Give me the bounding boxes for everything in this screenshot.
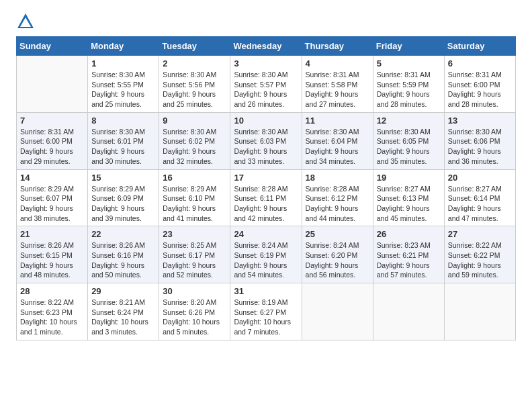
cell-text: Sunset: 6:20 PM <box>306 250 369 261</box>
calendar-cell: 28Sunrise: 8:22 AMSunset: 6:23 PMDayligh… <box>17 283 88 340</box>
cell-text: Sunset: 6:26 PM <box>163 308 226 318</box>
cell-text: and 38 minutes. <box>20 214 84 224</box>
cell-text: and 42 minutes. <box>234 214 298 224</box>
day-number: 27 <box>448 229 512 239</box>
cell-text: Daylight: 9 hours <box>163 203 226 214</box>
cell-text: Sunrise: 8:20 AM <box>163 298 226 308</box>
header-tuesday: Tuesday <box>159 37 230 56</box>
cell-text: Daylight: 9 hours <box>234 203 298 214</box>
calendar-cell: 22Sunrise: 8:26 AMSunset: 6:16 PMDayligh… <box>88 226 159 283</box>
cell-text: Sunset: 5:56 PM <box>163 80 226 90</box>
calendar-cell: 24Sunrise: 8:24 AMSunset: 6:19 PMDayligh… <box>230 226 302 283</box>
day-number: 9 <box>163 116 226 126</box>
cell-text: Daylight: 9 hours <box>163 146 226 156</box>
calendar-cell: 1Sunrise: 8:30 AMSunset: 5:55 PMDaylight… <box>88 56 159 113</box>
calendar-week-row: 28Sunrise: 8:22 AMSunset: 6:23 PMDayligh… <box>17 283 516 340</box>
calendar-cell: 25Sunrise: 8:24 AMSunset: 6:20 PMDayligh… <box>302 226 373 283</box>
day-number: 1 <box>91 58 155 68</box>
day-number: 19 <box>377 173 441 183</box>
cell-text: Sunrise: 8:30 AM <box>234 127 298 137</box>
cell-text: Sunrise: 8:30 AM <box>91 127 155 137</box>
cell-text: Sunset: 6:00 PM <box>448 80 512 90</box>
cell-text: and 30 minutes. <box>91 156 155 167</box>
cell-text: Sunset: 6:05 PM <box>377 136 441 146</box>
day-number: 28 <box>20 286 84 296</box>
cell-text: Sunset: 6:01 PM <box>91 136 155 146</box>
cell-text: and 33 minutes. <box>234 156 298 167</box>
cell-text: Sunrise: 8:19 AM <box>234 298 298 308</box>
cell-text: Sunset: 6:24 PM <box>91 308 155 318</box>
cell-text: and 41 minutes. <box>163 214 226 224</box>
cell-text: Sunset: 5:55 PM <box>91 80 155 90</box>
cell-text: Sunrise: 8:27 AM <box>377 184 441 194</box>
cell-text: Daylight: 9 hours <box>377 146 441 156</box>
calendar-week-row: 7Sunrise: 8:31 AMSunset: 6:00 PMDaylight… <box>17 112 516 169</box>
cell-text: Sunrise: 8:30 AM <box>306 127 369 137</box>
cell-text: and 32 minutes. <box>163 156 226 167</box>
cell-text: Sunrise: 8:30 AM <box>234 70 298 80</box>
calendar-cell <box>373 283 444 340</box>
cell-text: and 25 minutes. <box>91 99 155 109</box>
day-number: 26 <box>377 229 441 239</box>
day-number: 20 <box>448 173 512 183</box>
cell-text: Daylight: 10 hours <box>234 317 298 327</box>
day-number: 16 <box>163 173 226 183</box>
calendar-cell: 21Sunrise: 8:26 AMSunset: 6:15 PMDayligh… <box>17 226 88 283</box>
cell-text: and 39 minutes. <box>91 214 155 224</box>
cell-text: Sunset: 6:07 PM <box>20 193 84 203</box>
cell-text: Daylight: 9 hours <box>91 261 155 271</box>
day-number: 5 <box>377 58 441 68</box>
day-number: 21 <box>20 229 84 239</box>
calendar-cell: 30Sunrise: 8:20 AMSunset: 6:26 PMDayligh… <box>159 283 230 340</box>
day-number: 15 <box>91 173 155 183</box>
cell-text: Sunset: 6:00 PM <box>20 136 84 146</box>
calendar-cell: 15Sunrise: 8:29 AMSunset: 6:09 PMDayligh… <box>88 169 159 226</box>
cell-text: Sunrise: 8:31 AM <box>377 70 441 80</box>
cell-text: and 48 minutes. <box>20 270 84 280</box>
cell-text: Sunset: 6:17 PM <box>163 250 226 261</box>
cell-text: Daylight: 9 hours <box>234 89 298 99</box>
page-header <box>0 0 532 36</box>
cell-text: and 44 minutes. <box>306 214 369 224</box>
cell-text: Daylight: 9 hours <box>306 261 369 271</box>
cell-text: Daylight: 9 hours <box>377 261 441 271</box>
cell-text: and 5 minutes. <box>163 327 226 337</box>
cell-text: Daylight: 9 hours <box>234 261 298 271</box>
cell-text: Sunrise: 8:30 AM <box>377 127 441 137</box>
cell-text: Sunset: 5:57 PM <box>234 80 298 90</box>
logo-icon <box>16 12 35 31</box>
cell-text: and 27 minutes. <box>306 99 369 109</box>
cell-text: and 35 minutes. <box>377 156 441 167</box>
calendar-cell: 29Sunrise: 8:21 AMSunset: 6:24 PMDayligh… <box>88 283 159 340</box>
cell-text: and 28 minutes. <box>377 99 441 109</box>
calendar-cell <box>302 283 373 340</box>
calendar-week-row: 21Sunrise: 8:26 AMSunset: 6:15 PMDayligh… <box>17 226 516 283</box>
cell-text: Sunset: 6:15 PM <box>20 250 84 261</box>
cell-text: and 29 minutes. <box>20 156 84 167</box>
cell-text: Sunrise: 8:31 AM <box>306 70 369 80</box>
cell-text: Sunset: 6:03 PM <box>234 136 298 146</box>
cell-text: Daylight: 9 hours <box>377 89 441 99</box>
day-number: 14 <box>20 173 84 183</box>
cell-text: Sunset: 6:10 PM <box>163 193 226 203</box>
cell-text: Sunrise: 8:23 AM <box>377 240 441 250</box>
cell-text: Daylight: 9 hours <box>163 261 226 271</box>
day-number: 2 <box>163 58 226 68</box>
calendar-week-row: 1Sunrise: 8:30 AMSunset: 5:55 PMDaylight… <box>17 56 516 113</box>
calendar-header-row: SundayMondayTuesdayWednesdayThursdayFrid… <box>17 37 516 56</box>
calendar-cell: 16Sunrise: 8:29 AMSunset: 6:10 PMDayligh… <box>159 169 230 226</box>
cell-text: and 47 minutes. <box>448 214 512 224</box>
cell-text: Sunset: 6:12 PM <box>306 193 369 203</box>
calendar-cell: 27Sunrise: 8:22 AMSunset: 6:22 PMDayligh… <box>444 226 515 283</box>
day-number: 17 <box>234 173 298 183</box>
cell-text: Daylight: 9 hours <box>91 146 155 156</box>
cell-text: and 56 minutes. <box>306 270 369 280</box>
calendar-cell: 31Sunrise: 8:19 AMSunset: 6:27 PMDayligh… <box>230 283 302 340</box>
cell-text: Daylight: 9 hours <box>448 203 512 214</box>
calendar-cell: 5Sunrise: 8:31 AMSunset: 5:59 PMDaylight… <box>373 56 444 113</box>
cell-text: Sunrise: 8:22 AM <box>20 298 84 308</box>
cell-text: Sunrise: 8:31 AM <box>20 127 84 137</box>
calendar-cell: 11Sunrise: 8:30 AMSunset: 6:04 PMDayligh… <box>302 112 373 169</box>
cell-text: Daylight: 9 hours <box>91 89 155 99</box>
cell-text: Sunset: 6:02 PM <box>163 136 226 146</box>
